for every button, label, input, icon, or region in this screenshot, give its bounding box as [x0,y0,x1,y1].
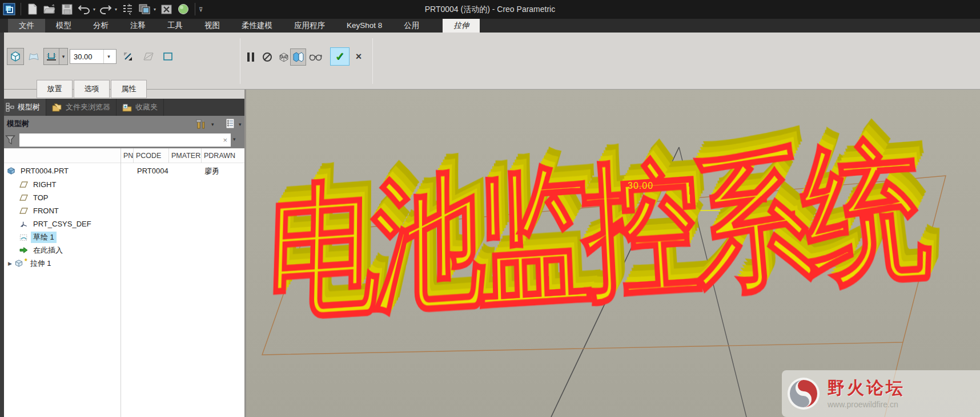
remove-material-button[interactable] [140,48,156,65]
tab-keyshot[interactable]: KeyShot 8 [336,19,393,33]
depth-value-combobox: ▾ [70,49,117,64]
tree-node-label[interactable]: 拉伸 1 [28,258,54,269]
datum-plane-icon [19,194,28,201]
datum-plane-icon [19,207,28,214]
depth-value-dropdown-icon[interactable]: ▾ [103,50,114,63]
tree-node-label[interactable]: PRT0004.PRT [18,166,71,176]
tree-row-front-plane[interactable]: FRONT [19,204,61,217]
depth-dimension-label[interactable]: 30.00 [628,181,653,191]
pause-icon [247,52,254,62]
tree-search-input[interactable] [19,136,219,144]
tab-file[interactable]: 文件 [8,19,45,33]
tab-common[interactable]: 公用 [393,19,430,33]
search-options-dropdown-icon[interactable]: ▾ [233,136,236,142]
column-pn[interactable]: PN [121,148,133,163]
title-bar: ▾ ▾ ▾ ⊽ PRT0004 (活动的) - Creo Parametric [0,0,980,19]
depth-value-input[interactable] [70,52,103,62]
tab-tools[interactable]: 工具 [156,19,194,33]
part-icon [7,167,15,175]
tab-analysis[interactable]: 分析 [82,19,119,33]
options-panel-tab[interactable]: 选项 [74,80,110,98]
tree-row-sketch[interactable]: 草绘 1 [19,230,57,244]
watermark-text: 野火论坛 www.proewildfire.cn [828,378,905,409]
tree-row-part[interactable]: PRT0004.PRT [7,164,71,177]
insert-here-icon [19,246,28,254]
tree-row-right-plane[interactable]: RIGHT [19,178,58,191]
thicken-sketch-button[interactable] [160,48,175,65]
tree-node-label[interactable]: RIGHT [31,180,58,189]
wireframe-preview-button[interactable] [276,50,291,64]
tab-extrude-active[interactable]: 拉伸 [443,19,480,33]
placement-panel-tab[interactable]: 放置 [37,80,73,98]
ribbon-tab-bar: 文件 模型 分析 注释 工具 视图 柔性建模 应用程序 KeyShot 8 公用… [0,19,980,33]
watermark-logo-icon [785,375,822,412]
model-tree-tab[interactable]: 模型树 [0,99,46,116]
shaded-preview-button[interactable] [290,48,306,66]
pause-button[interactable] [244,50,257,64]
flip-direction-button[interactable] [120,48,136,65]
model-tree-title: 模型树 [7,119,29,129]
tree-node-label[interactable]: PRT_CSYS_DEF [31,219,94,229]
tree-row-top-plane[interactable]: TOP [19,191,51,204]
tree-table-divider[interactable] [121,148,121,417]
properties-panel-tab[interactable]: 属性 [111,80,147,98]
cancel-button[interactable]: × [352,48,366,64]
favorites-tab-label: 收藏夹 [135,102,158,112]
window-left-border [0,33,4,417]
tab-annotate[interactable]: 注释 [119,19,156,33]
tree-row-extrude[interactable]: ▶ * 拉伸 1 [8,257,53,270]
watermark-url: www.proewildfire.cn [828,400,905,409]
column-pcode[interactable]: PCODE [133,148,168,163]
tree-node-label[interactable]: FRONT [31,206,61,216]
extrude-icon [14,259,23,268]
tree-node-label[interactable]: TOP [31,193,51,203]
tree-settings-dropdown-icon[interactable]: ▾ [239,122,242,127]
search-clear-icon[interactable]: × [219,136,231,144]
depth-type-blind-button[interactable] [43,48,59,65]
window-title: PRT0004 (活动的) - Creo Parametric [0,0,980,19]
graphics-viewport[interactable]: 电池监控系统 30.00 野火论坛 www.proewildfire.cn [246,90,980,417]
extrude-dashboard: ▾ ▾ ✓ × [0,33,980,90]
sketch-icon [19,233,28,241]
navigator-panel: 模型树 文件夹浏览器 收藏夹 模型树 ▾ ▾ × ▾ [0,90,246,417]
tree-node-label[interactable]: 在此插入 [31,245,65,256]
watermark-title: 野火论坛 [828,378,905,398]
ok-button[interactable]: ✓ [330,47,350,66]
tab-model[interactable]: 模型 [45,19,82,33]
pdrawn-value: 廖勇 [204,164,219,177]
column-pmaterial[interactable]: PMATERI [168,148,201,163]
unregenerated-flag: * [25,257,27,265]
watermark: 野火论坛 www.proewildfire.cn [782,370,980,417]
navigator-tabs: 模型树 文件夹浏览器 收藏夹 [0,99,246,116]
tree-node-label-selected[interactable]: 草绘 1 [31,232,57,243]
folder-browser-tab[interactable]: 文件夹浏览器 [46,99,117,116]
tree-filter-row: × ▾ [0,132,246,148]
solid-extrude-button[interactable] [7,48,24,65]
tree-row-csys[interactable]: PRT_CSYS_DEF [19,217,94,230]
favorites-tab[interactable]: 收藏夹 [117,99,164,116]
tab-view[interactable]: 视图 [194,19,231,33]
no-preview-button[interactable] [260,50,274,64]
tree-column-header: PN PCODE PMATERI PDRAWN [0,148,246,163]
surface-extrude-button[interactable] [26,48,42,65]
dashboard-separator [372,38,373,84]
model-tree-tab-label: 模型树 [18,102,40,112]
tree-settings-icon[interactable] [225,118,236,129]
tab-flexible-modeling[interactable]: 柔性建模 [231,19,283,33]
tab-applications[interactable]: 应用程序 [283,19,336,33]
verify-glasses-button[interactable] [308,50,323,64]
folder-browser-icon [52,103,62,112]
pcode-value: PRT0004 [137,164,168,177]
expand-arrow-icon[interactable]: ▶ [8,261,12,266]
model-tree-icon [6,103,14,112]
tree-filters-dropdown-icon[interactable]: ▾ [211,122,214,127]
cancel-x-icon: × [356,51,362,63]
dashboard-separator [240,38,240,84]
depth-type-dropdown[interactable]: ▾ [59,48,68,65]
column-pdrawn[interactable]: PDRAWN [201,148,237,163]
tree-row-insert-here[interactable]: 在此插入 [19,244,65,257]
tree-filters-icon[interactable] [195,118,207,129]
csys-icon [19,220,28,228]
filter-funnel-icon[interactable] [5,135,16,145]
ok-check-icon: ✓ [335,50,345,63]
